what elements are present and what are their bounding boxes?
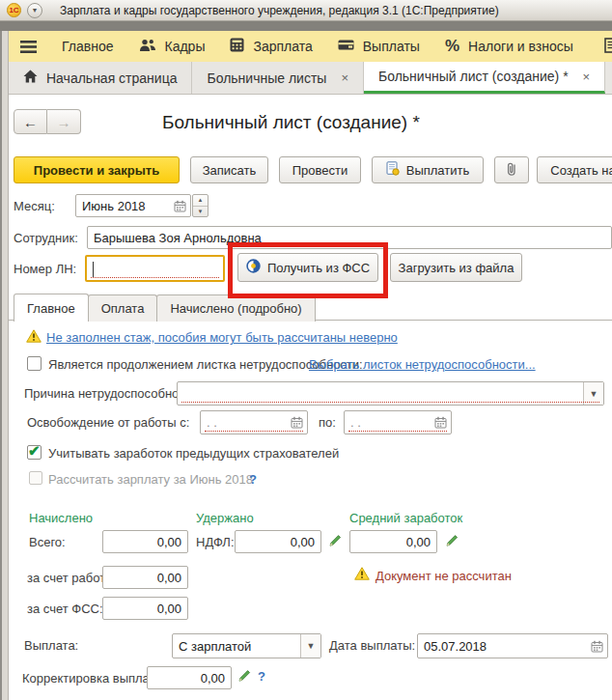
payment-adjustment-value: 0,00 [201, 671, 225, 686]
menu-item-payments[interactable]: Выплаты [338, 39, 420, 54]
percent-icon: % [445, 37, 459, 56]
back-button[interactable]: ← [14, 109, 47, 134]
window-title: Зарплата и кадры государственного учрежд… [60, 4, 499, 17]
month-label: Месяц: [14, 199, 55, 213]
menu-item-label: Кадры [165, 39, 206, 54]
month-value: Июнь 2018 [76, 199, 174, 213]
sick-leave-number-label: Номер ЛН: [14, 262, 76, 276]
calc-salary-help-link[interactable]: ? [249, 472, 257, 487]
payment-date-input[interactable]: 05.07.2018 [417, 633, 608, 658]
employee-label: Сотрудник: [14, 231, 78, 245]
stepper-up-icon[interactable]: ▲ [193, 195, 208, 207]
edit-pencil-icon[interactable] [237, 668, 252, 686]
payment-date-value: 05.07.2018 [418, 639, 591, 654]
form-tab-main[interactable]: Главное [14, 294, 89, 322]
month-field[interactable]: Июнь 2018 [75, 194, 191, 217]
paperclip-icon [506, 161, 517, 180]
tab-sick-leaves-list[interactable]: Больничные листы × [192, 62, 364, 94]
fss-share-label: за счет ФСС: [27, 602, 103, 616]
prev-insurers-label: Учитывать заработок предыдущих страховат… [48, 446, 339, 461]
incapacity-reason-combo[interactable]: ▼ [177, 381, 604, 406]
write-button[interactable]: Записать [190, 156, 268, 183]
page-title: Больничный лист (создание) * [162, 112, 420, 133]
button-label: Создать на [550, 163, 612, 178]
exemption-to-date-input[interactable]: . . [344, 410, 452, 434]
1c-logo-icon: 1С [7, 3, 21, 17]
adjustment-help-link[interactable]: ? [258, 669, 265, 684]
button-label: Провести [292, 163, 348, 178]
form-tab-accrued-detail[interactable]: Начислено (подробно) [156, 294, 315, 322]
pay-button[interactable]: Выплатить [372, 156, 484, 183]
payment-date-label: Дата выплаты: [329, 638, 415, 653]
hamburger-icon[interactable] [20, 41, 37, 53]
payment-value: С зарплатой [173, 639, 320, 654]
employer-share-input[interactable]: 0,00 [102, 566, 188, 589]
employer-share-label: за счет работ.: [27, 571, 111, 585]
average-earnings-input[interactable]: 0,00 [349, 530, 437, 553]
menu-item-label: Зарплата [253, 39, 312, 54]
tab-sick-leave-new[interactable]: Больничный лист (создание) * × [364, 62, 605, 94]
close-icon[interactable]: × [583, 70, 591, 84]
choose-sick-leave-link[interactable]: Выбрать листок нетрудоспособности... [309, 357, 536, 372]
system-menu-chevron-icon[interactable]: ▼ [27, 3, 42, 18]
chevron-down-icon[interactable]: ▼ [583, 382, 603, 405]
menu-item-main[interactable]: Главное [62, 39, 114, 54]
attachments-button[interactable] [494, 156, 529, 183]
calc-salary-label: Рассчитать зарплату за Июнь 2018 [48, 472, 253, 487]
post-button[interactable]: Провести [279, 156, 361, 183]
date-placeholder: . . [345, 415, 434, 430]
menu-item-taxes[interactable]: % Налоги и взносы [445, 37, 573, 56]
stepper-down-icon[interactable]: ▼ [193, 207, 208, 217]
calc-salary-checkbox[interactable] [29, 471, 42, 485]
create-based-on-button[interactable]: Создать на [537, 156, 612, 183]
not-calculated-warning: Документ не рассчитан [376, 569, 512, 583]
payment-combo[interactable]: С зарплатой ▼ [172, 633, 321, 658]
post-and-close-button[interactable]: Провести и закрыть [14, 156, 180, 183]
chevron-down-icon[interactable]: ▼ [300, 634, 320, 658]
journal-icon[interactable] [604, 38, 612, 56]
experience-warning-link[interactable]: Не заполнен стаж, пособия могут быть рас… [46, 330, 398, 345]
prev-insurers-checkbox[interactable]: ✔ [27, 445, 42, 460]
menu-item-salary[interactable]: Зарплата [230, 38, 312, 55]
form-tabs: Главное Оплата Начислено (подробно) [14, 294, 315, 322]
exemption-from-date-input[interactable]: . . [200, 410, 308, 434]
wallet-icon [338, 39, 354, 54]
fss-emblem-icon [246, 259, 261, 276]
menu-item-staff[interactable]: Кадры [139, 39, 206, 55]
average-earnings-value: 0,00 [406, 535, 431, 549]
sections-menu: Главное Кадры Зарплата Выплаты % Налоги … [9, 31, 612, 62]
close-icon[interactable]: × [341, 70, 348, 85]
calendar-icon[interactable] [291, 416, 303, 429]
incapacity-reason-label: Причина нетрудоспособности: [24, 386, 202, 401]
withheld-header: Удержано [196, 511, 254, 525]
tab-home-page[interactable]: Начальная страница [9, 62, 192, 94]
fss-share-input[interactable]: 0,00 [102, 597, 188, 620]
employer-share-value: 0,00 [157, 571, 181, 585]
payment-adjustment-input[interactable]: 0,00 [147, 666, 232, 689]
month-stepper[interactable]: ▲▼ [192, 194, 209, 217]
button-label: Загрузить из файла [399, 261, 515, 275]
tab-label: Больничные листы [207, 70, 326, 86]
calendar-icon[interactable] [174, 200, 186, 212]
home-icon [23, 70, 38, 86]
date-placeholder: . . [201, 415, 291, 430]
sick-leave-number-input[interactable] [85, 255, 225, 282]
load-from-file-button[interactable]: Загрузить из файла [390, 253, 522, 282]
calendar-icon[interactable] [591, 640, 603, 653]
edit-pencil-icon[interactable] [328, 533, 343, 551]
window-titlebar: 1С ▼ Зарплата и кадры государственного у… [0, 0, 612, 21]
get-from-fss-button[interactable]: Получить из ФСС [237, 253, 378, 282]
forward-button[interactable]: → [47, 109, 81, 134]
form-tab-payment[interactable]: Оплата [88, 294, 158, 322]
edit-pencil-icon[interactable] [445, 533, 459, 551]
ndfl-input[interactable]: 0,00 [235, 530, 321, 553]
pay-document-icon [386, 161, 400, 179]
history-nav-group: ← → [14, 109, 81, 134]
total-input[interactable]: 0,00 [102, 530, 188, 553]
continuation-checkbox[interactable] [27, 356, 42, 371]
people-icon [139, 39, 156, 55]
calendar-icon[interactable] [434, 416, 447, 429]
warning-triangle-icon [354, 567, 370, 584]
employee-field[interactable]: Барышева Зоя Арнольдовна [87, 226, 612, 249]
fss-share-value: 0,00 [157, 602, 181, 616]
